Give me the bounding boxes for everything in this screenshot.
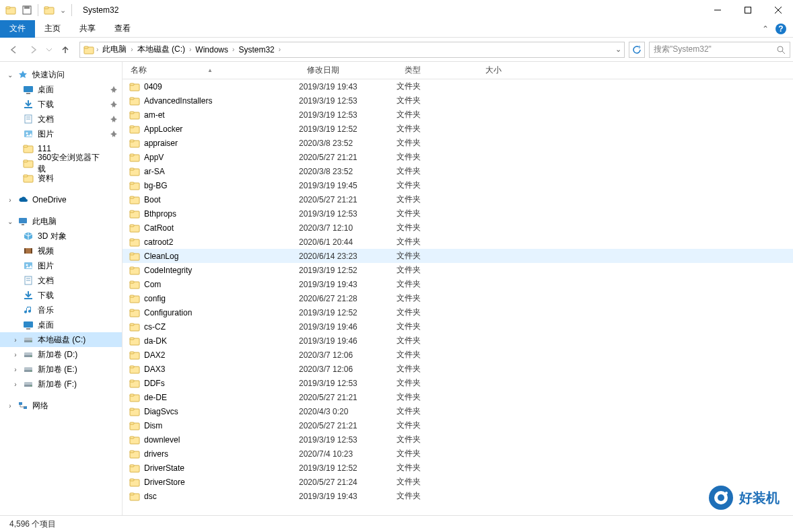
sidebar-item[interactable]: 下载 <box>0 97 122 112</box>
table-row[interactable]: AdvancedInstallers2019/3/19 12:53文件夹 <box>123 93 793 108</box>
sidebar-item[interactable]: ›音乐 <box>0 303 122 317</box>
close-button[interactable] <box>763 0 793 20</box>
svg-rect-7 <box>745 7 751 13</box>
table-row[interactable]: am-et2019/3/19 12:53文件夹 <box>123 108 793 122</box>
table-row[interactable]: drivers2020/7/4 10:23文件夹 <box>123 447 793 461</box>
address-dropdown-icon[interactable]: ⌄ <box>615 45 621 54</box>
file-name: DAX2 <box>144 350 165 360</box>
column-date[interactable]: 修改日期 <box>299 65 396 76</box>
table-row[interactable]: CatRoot2020/3/7 12:10文件夹 <box>123 221 793 235</box>
sidebar-item[interactable]: ›图片 <box>0 258 122 273</box>
table-row[interactable]: cs-CZ2019/3/19 19:46文件夹 <box>123 319 793 334</box>
folder-icon <box>129 194 140 205</box>
column-size[interactable]: 大小 <box>477 65 531 76</box>
table-row[interactable]: DriverState2019/3/19 12:52文件夹 <box>123 461 793 475</box>
sidebar-onedrive[interactable]: › OneDrive <box>0 192 122 207</box>
sidebar-item[interactable]: ›新加卷 (D:) <box>0 347 122 362</box>
sidebar-item-label: 图片 <box>38 260 54 272</box>
file-date: 2019/3/19 12:53 <box>299 209 396 219</box>
table-row[interactable]: Bthprops2019/3/19 12:53文件夹 <box>123 206 793 221</box>
table-row[interactable]: ar-SA2020/3/8 23:52文件夹 <box>123 164 793 178</box>
sidebar-item[interactable]: ›3D 对象 <box>0 229 122 243</box>
table-row[interactable]: AppLocker2019/3/19 12:52文件夹 <box>123 122 793 136</box>
table-row[interactable]: dsc2019/3/19 19:43文件夹 <box>123 489 793 503</box>
chevron-right-icon[interactable]: › <box>231 46 236 53</box>
3d-icon <box>23 231 34 241</box>
tab-share[interactable]: 共享 <box>70 20 105 38</box>
table-row[interactable]: Boot2020/5/27 21:21文件夹 <box>123 192 793 206</box>
chevron-right-icon[interactable]: › <box>277 46 282 53</box>
address-bar[interactable]: › 此电脑›本地磁盘 (C:)›Windows›System32› ⌄ <box>79 42 625 58</box>
tab-home[interactable]: 主页 <box>35 20 70 38</box>
file-type: 文件夹 <box>396 137 477 149</box>
sidebar-item[interactable]: ›下载 <box>0 288 122 303</box>
svg-rect-92 <box>130 338 134 340</box>
sidebar-item[interactable]: ›视频 <box>0 243 122 258</box>
breadcrumb-segment[interactable]: 此电脑 <box>100 44 129 55</box>
svg-rect-102 <box>130 408 134 410</box>
file-type: 文件夹 <box>396 180 477 191</box>
tab-view[interactable]: 查看 <box>105 20 140 38</box>
sidebar-item[interactable]: 图片 <box>0 126 122 141</box>
sidebar-quick-access[interactable]: ⌄ 快速访问 <box>0 67 122 82</box>
table-row[interactable]: DAX22020/3/7 12:06文件夹 <box>123 348 793 362</box>
search-input[interactable]: 搜索"System32" <box>649 42 790 58</box>
up-button[interactable] <box>58 40 73 59</box>
sidebar-item[interactable]: ›文档 <box>0 273 122 288</box>
chevron-right-icon[interactable]: › <box>129 46 134 53</box>
column-name[interactable]: 名称▲ <box>123 65 299 76</box>
qat-dropdown-icon[interactable]: ⌄ <box>60 6 66 15</box>
sidebar-item[interactable]: 桌面 <box>0 82 122 97</box>
table-row[interactable]: de-DE2020/5/27 21:21文件夹 <box>123 390 793 404</box>
sidebar-item[interactable]: 资料 <box>0 171 122 186</box>
forward-button[interactable] <box>26 40 40 59</box>
sidebar-item-label: 此电脑 <box>32 216 57 227</box>
breadcrumb-segment[interactable]: 本地磁盘 (C:) <box>135 44 188 55</box>
file-date: 2019/3/19 19:46 <box>299 336 396 346</box>
chevron-right-icon[interactable]: › <box>188 46 193 53</box>
breadcrumb-segment[interactable]: System32 <box>236 45 277 54</box>
sidebar-item[interactable]: 360安全浏览器下载 <box>0 156 122 171</box>
table-row[interactable]: appraiser2020/3/8 23:52文件夹 <box>123 136 793 150</box>
table-row[interactable]: bg-BG2019/3/19 19:45文件夹 <box>123 178 793 192</box>
svg-point-52 <box>30 385 32 387</box>
table-row[interactable]: DDFs2019/3/19 12:53文件夹 <box>123 376 793 390</box>
maximize-button[interactable] <box>732 0 763 20</box>
table-row[interactable]: DriverStore2020/5/27 21:24文件夹 <box>123 475 793 489</box>
back-button[interactable] <box>7 40 22 59</box>
breadcrumb-segment[interactable]: Windows <box>193 45 231 54</box>
table-row[interactable]: 04092019/3/19 19:43文件夹 <box>123 79 793 93</box>
file-date: 2019/3/19 19:46 <box>299 322 396 332</box>
table-row[interactable]: catroot22020/6/1 20:44文件夹 <box>123 235 793 249</box>
sidebar-item[interactable]: ›本地磁盘 (C:) <box>0 332 122 347</box>
folder-icon <box>23 158 34 169</box>
help-icon[interactable]: ? <box>775 24 786 34</box>
ribbon-collapse-icon[interactable]: ⌃ <box>762 24 769 34</box>
table-row[interactable]: Configuration2019/3/19 12:52文件夹 <box>123 305 793 319</box>
table-row[interactable]: DAX32020/3/7 12:06文件夹 <box>123 362 793 376</box>
table-row[interactable]: CodeIntegrity2019/3/19 12:52文件夹 <box>123 263 793 277</box>
table-row[interactable]: AppV2020/5/27 21:21文件夹 <box>123 150 793 164</box>
table-row[interactable]: DiagSvcs2020/4/3 0:20文件夹 <box>123 404 793 418</box>
sidebar-item[interactable]: 文档 <box>0 112 122 126</box>
minimize-button[interactable] <box>702 0 732 20</box>
save-icon[interactable] <box>22 5 32 15</box>
chevron-right-icon[interactable]: › <box>95 46 100 53</box>
svg-rect-40 <box>26 328 30 330</box>
table-row[interactable]: CleanLog2020/6/14 23:23文件夹 <box>123 249 793 263</box>
sidebar-network[interactable]: › 网络 <box>0 398 122 413</box>
svg-rect-62 <box>130 126 134 128</box>
table-row[interactable]: Dism2020/5/27 21:21文件夹 <box>123 418 793 432</box>
tab-file[interactable]: 文件 <box>0 20 35 38</box>
sidebar-this-pc[interactable]: ⌄ 此电脑 <box>0 214 122 229</box>
table-row[interactable]: downlevel2019/3/19 12:53文件夹 <box>123 432 793 447</box>
table-row[interactable]: da-DK2019/3/19 19:46文件夹 <box>123 334 793 348</box>
recent-dropdown[interactable] <box>44 40 54 59</box>
sidebar-item[interactable]: ›桌面 <box>0 317 122 332</box>
sidebar-item[interactable]: ›新加卷 (F:) <box>0 377 122 391</box>
refresh-button[interactable] <box>629 42 645 58</box>
sidebar-item[interactable]: ›新加卷 (E:) <box>0 362 122 377</box>
table-row[interactable]: Com2019/3/19 19:43文件夹 <box>123 277 793 291</box>
column-type[interactable]: 类型 <box>396 65 477 76</box>
table-row[interactable]: config2020/6/27 21:28文件夹 <box>123 291 793 305</box>
